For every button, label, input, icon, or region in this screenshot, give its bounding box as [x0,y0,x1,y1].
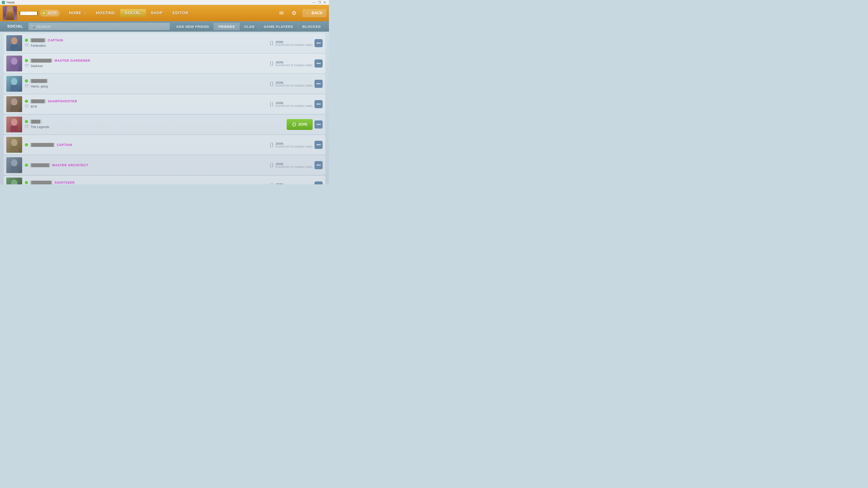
join-text-block: JOIN (PLAYER NOT IN JOINABLE GAME) [275,142,313,148]
friend-name-row: █████████SIGHTSEER [25,181,267,184]
avatar-image [3,6,17,20]
list-item: ██████SHARPSHOOTER🛡BTR ⟨⟩ JOIN (PLAYER N… [4,94,325,114]
join-disabled-sublabel: (PLAYER NOT IN JOINABLE GAME) [275,105,313,107]
friend-title: MASTER GARDENER [55,59,90,62]
friend-title: SHARPSHOOTER [48,99,77,103]
join-disabled-icon: ⟨⟩ [270,60,274,67]
svg-point-13 [11,119,18,126]
join-disabled-icon: ⟨⟩ [270,40,274,46]
friend-info: ██████████CAPTAIN [25,143,267,147]
friend-name-row: ████ [25,120,284,124]
join-text-block: JOIN (PLAYER NOT IN JOINABLE GAME) [275,101,313,107]
join-disabled: ⟨⟩ JOIN (PLAYER NOT IN JOINABLE GAME) [270,182,313,184]
more-options-button[interactable]: ••• [314,181,322,184]
friend-avatar [6,56,22,71]
join-disabled-sublabel: (PLAYER NOT IN JOINABLE GAME) [275,146,313,148]
friend-clan-row: 🛡BTR [25,104,267,109]
join-disabled-label: JOIN [275,40,313,44]
more-options-button[interactable]: ••• [314,80,322,88]
friend-actions: ⟨⟩ JOIN (PLAYER NOT IN JOINABLE GAME) ••… [270,80,322,88]
restore-button[interactable]: ❐ [317,0,322,5]
svg-point-19 [11,159,18,166]
join-disabled-label: JOIN [275,60,313,64]
friend-clan-name: DarkAxe [31,64,43,68]
friend-name-row: ██████CAPTAIN [25,38,267,42]
tab-friends[interactable]: FRIENDS [214,23,240,30]
online-indicator [25,120,28,123]
friend-clan-name: Hams. gang [31,85,48,88]
nav-item-editor[interactable]: EDITOR [167,9,193,17]
friend-avatar [6,137,22,153]
svg-point-7 [11,78,18,85]
tab-game-players[interactable]: GAME PLAYERS [259,23,298,30]
friend-username: ██████ [30,38,46,42]
friend-username: █████████ [30,181,53,184]
friend-name-row: ██████SHARPSHOOTER [25,99,267,103]
join-disabled: ⟨⟩ JOIN (PLAYER NOT IN JOINABLE GAME) [270,101,313,107]
friend-info: █████████SIGHTSEER🛡King Of Pirates [25,181,267,184]
online-indicator [25,163,28,167]
more-options-button[interactable]: ••• [314,161,322,169]
friend-actions: ⟨⟩ JOIN (PLAYER NOT IN JOINABLE GAME) ••… [270,100,322,108]
join-text-block: JOIN (PLAYER NOT IN JOINABLE GAME) [275,162,313,168]
friend-title: CAPTAIN [48,38,63,42]
online-indicator [25,59,28,62]
currency-icon: © [41,11,46,16]
list-item: ██████CAPTAIN🛡Farlanders ⟨⟩ JOIN (PLAYER… [4,33,325,53]
avatar-figure [6,8,14,20]
clan-shield-icon: 🛡 [25,124,29,129]
top-nav: ████████ © 4209 HOME ⌂ HOSTING SOCIAL SH… [0,5,329,21]
nav-item-shop[interactable]: SHOP [146,9,167,17]
list-item: ████████MASTER ARCHITECT ⟨⟩ JOIN (PLAYER… [4,155,325,175]
player-avatar[interactable] [3,6,17,20]
minimize-button[interactable]: — [311,0,316,5]
join-disabled-sublabel: (PLAYER NOT IN JOINABLE GAME) [275,166,313,168]
more-options-button[interactable]: ••• [314,141,322,149]
svg-rect-20 [10,166,18,173]
friend-name-row: ██████████CAPTAIN [25,143,267,147]
back-label: BACK [312,11,322,16]
join-disabled: ⟨⟩ JOIN (PLAYER NOT IN JOINABLE GAME) [270,81,313,87]
tab-blocked[interactable]: BLOCKED [298,23,325,30]
svg-rect-8 [10,85,18,92]
nav-item-social[interactable]: SOCIAL [120,9,146,17]
more-options-button[interactable]: ••• [314,39,322,47]
join-disabled: ⟨⟩ JOIN (PLAYER NOT IN JOINABLE GAME) [270,40,313,46]
friend-clan-row: 🛡DarkAxe [25,63,267,68]
join-disabled: ⟨⟩ JOIN (PLAYER NOT IN JOINABLE GAME) [270,162,313,168]
nav-items: HOME ⌂ HOSTING SOCIAL SHOP EDITOR [64,9,193,17]
more-options-button[interactable]: ••• [314,120,322,128]
friend-title: MASTER ARCHITECT [52,163,88,167]
list-item: ███████🛡Hams. gang ⟨⟩ JOIN (PLAYER NOT I… [4,74,325,94]
join-disabled-icon: ⟨⟩ [270,81,274,87]
join-disabled-sublabel: (PLAYER NOT IN JOINABLE GAME) [275,85,313,87]
mail-button[interactable]: ✉ [277,8,286,18]
friends-list: ██████CAPTAIN🛡Farlanders ⟨⟩ JOIN (PLAYER… [0,32,329,184]
online-indicator [25,143,28,146]
friend-clan-row: 🛡Hams. gang [25,84,267,89]
join-button[interactable]: ⟨⟩ JOIN [287,119,313,130]
friend-username: ███████ [30,79,48,83]
join-text-block: JOIN (PLAYER NOT IN JOINABLE GAME) [275,182,313,184]
settings-button[interactable]: ⚙ [290,8,299,18]
friend-name-row: ███████ [25,79,267,83]
tab-clan[interactable]: CLAN [240,23,259,30]
join-disabled-label: JOIN [275,182,313,184]
nav-item-home[interactable]: HOME ⌂ [64,9,91,17]
friend-title: SIGHTSEER [55,181,75,184]
search-input[interactable] [36,25,167,28]
friend-info: ██████CAPTAIN🛡Farlanders [25,38,267,48]
more-options-button[interactable]: ••• [314,59,322,67]
close-button[interactable]: ✕ [322,0,327,5]
friend-clan-row: 🛡Farlanders [25,43,267,48]
list-item: ████🛡The Legends⟨⟩ JOIN••• [4,115,325,134]
online-indicator [25,181,28,184]
svg-rect-14 [10,126,18,132]
back-button[interactable]: ← BACK [302,9,326,17]
more-options-button[interactable]: ••• [314,100,322,108]
search-container: 🔍 [28,23,170,30]
friend-avatar [6,178,22,184]
tab-add-new-friend[interactable]: ADD NEW FRIEND [172,23,214,30]
nav-item-hosting[interactable]: HOSTING [91,9,120,17]
friend-avatar [6,157,22,173]
